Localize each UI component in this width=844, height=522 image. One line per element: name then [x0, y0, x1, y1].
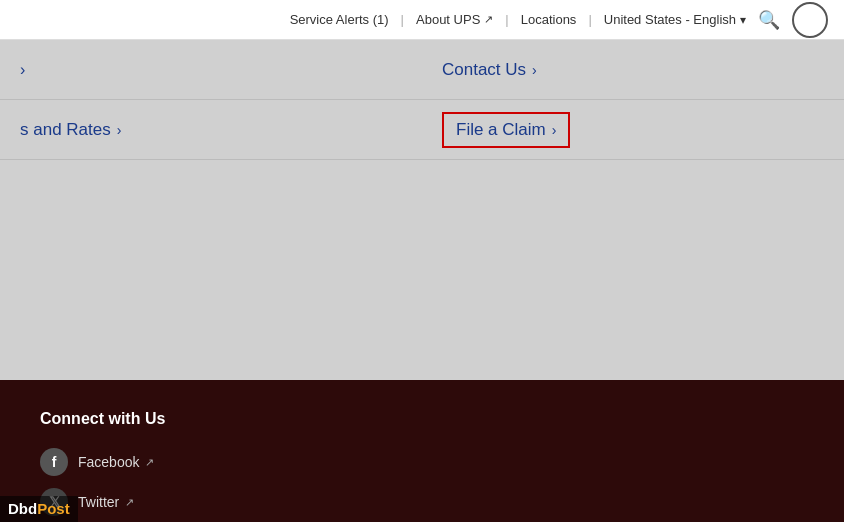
- facebook-external-icon: ↗: [145, 456, 154, 469]
- nav-service-alerts[interactable]: Service Alerts (1): [290, 12, 389, 27]
- watermark-dbd: Dbd: [8, 500, 37, 517]
- rates-link[interactable]: s and Rates ›: [20, 120, 402, 140]
- facebook-link[interactable]: Facebook ↗: [78, 454, 154, 470]
- facebook-icon: f: [40, 448, 68, 476]
- twitter-link[interactable]: Twitter ↗: [78, 494, 134, 510]
- watermark: DbdPost: [0, 496, 78, 522]
- connect-with-us-title: Connect with Us: [40, 410, 804, 428]
- footer: Connect with Us f Facebook ↗ 𝕏 Twitter ↗: [0, 380, 844, 522]
- menu-row-1: › Contact Us ›: [0, 40, 844, 100]
- main-content-overlay: › Contact Us › s and Rates › File a Clai…: [0, 40, 844, 380]
- menu-row-2: s and Rates › File a Claim ›: [0, 100, 844, 160]
- contact-us-chevron-icon: ›: [532, 62, 537, 78]
- external-link-icon: ↗: [484, 13, 493, 26]
- watermark-post: Post: [37, 500, 70, 517]
- twitter-external-icon: ↗: [125, 496, 134, 509]
- facebook-row: f Facebook ↗: [40, 448, 804, 476]
- menu-row-2-left: s and Rates ›: [20, 120, 402, 140]
- nav-language[interactable]: United States - English ▾: [604, 12, 746, 27]
- menu-spacer: [0, 160, 844, 260]
- search-icon: 🔍: [758, 9, 780, 31]
- back-chevron-icon: ›: [20, 61, 402, 79]
- menu-row-1-left: ›: [20, 61, 402, 79]
- twitter-row: 𝕏 Twitter ↗: [40, 488, 804, 516]
- chevron-down-icon: ▾: [740, 13, 746, 27]
- rates-chevron-icon: ›: [117, 122, 122, 138]
- nav-locations[interactable]: Locations: [521, 12, 577, 27]
- file-claim-chevron-icon: ›: [552, 122, 557, 138]
- top-navigation: Service Alerts (1) | About UPS ↗ | Locat…: [0, 0, 844, 40]
- menu-row-1-right: Contact Us ›: [402, 60, 824, 80]
- nav-sep-2: |: [505, 12, 508, 27]
- nav-about-ups[interactable]: About UPS ↗: [416, 12, 493, 27]
- user-avatar[interactable]: [792, 2, 828, 38]
- search-button[interactable]: 🔍: [758, 9, 780, 31]
- contact-us-link[interactable]: Contact Us ›: [442, 60, 537, 80]
- menu-row-2-right: File a Claim ›: [402, 112, 824, 148]
- nav-sep-1: |: [401, 12, 404, 27]
- file-a-claim-link[interactable]: File a Claim ›: [442, 112, 570, 148]
- nav-sep-3: |: [588, 12, 591, 27]
